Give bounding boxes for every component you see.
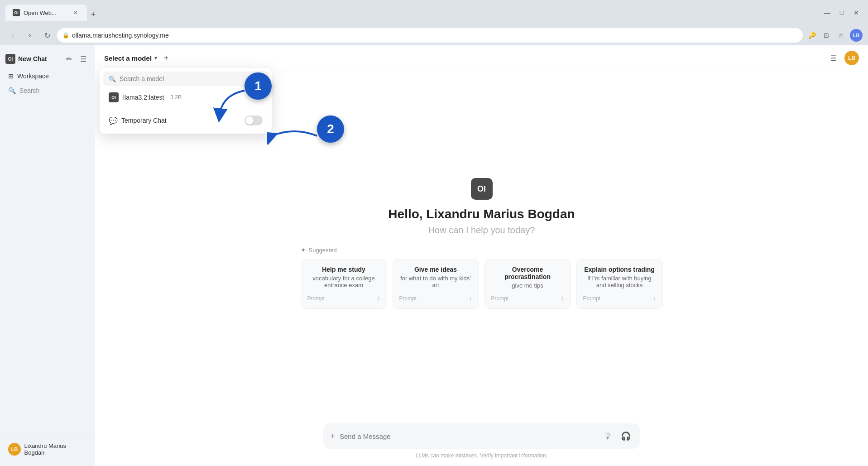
menu-icon[interactable]: ☰ [77, 53, 90, 65]
browser-window-controls: — □ ✕ [821, 6, 863, 19]
annotation-circle-1: 1 [245, 72, 272, 100]
prompt-arrow-icon-0: ↑ [377, 295, 380, 302]
prompt-card-title-2: Overcome procrastination give me tips [491, 266, 564, 289]
back-button[interactable]: ‹ [5, 28, 20, 43]
attach-icon[interactable]: + [331, 432, 336, 441]
sidebar-brand: OI New Chat [5, 54, 47, 64]
model-search-container: 🔍 [103, 72, 268, 86]
message-input-row: + 🎙 🎧 [323, 423, 640, 449]
prompt-arrow-icon-1: ↑ [469, 295, 472, 302]
browser-chrome: OI Open Web... ✕ + — □ ✕ ‹ › ↻ 🔒 ollama.… [0, 0, 868, 45]
prompt-card-title-0: Help me study vocabulary for a college e… [307, 266, 380, 288]
prompt-arrow-icon-3: ↑ [653, 295, 656, 302]
input-area: + 🎙 🎧 LLMs can make mistakes. Verify imp… [95, 416, 868, 466]
minimize-button[interactable]: — [821, 6, 834, 19]
edit-icon[interactable]: ✏ [62, 53, 75, 65]
model-add-button[interactable]: + [160, 52, 173, 64]
active-tab[interactable]: OI Open Web... ✕ [5, 5, 87, 21]
new-tab-button[interactable]: + [87, 8, 100, 21]
prompt-cards-grid: Help me study vocabulary for a college e… [301, 259, 663, 309]
sidebar-header: OI New Chat ✏ ☰ [0, 49, 95, 69]
welcome-subtitle: How can I help you today? [301, 225, 663, 235]
new-chat-label: New Chat [18, 55, 47, 62]
search-icon: 🔍 [8, 87, 16, 94]
workspace-label: Workspace [17, 72, 49, 80]
dropdown-search-icon: 🔍 [109, 76, 116, 82]
address-bar[interactable]: 🔒 ollama.mariushosting.synology.me [57, 28, 803, 43]
suggested-label: ✦ Suggested [301, 246, 663, 254]
maximize-button[interactable]: □ [835, 6, 848, 19]
search-label: Search [19, 87, 39, 94]
user-avatar: LB [8, 443, 21, 456]
sidebar-footer: LB Lixandru Marius Bogdan [0, 436, 95, 462]
input-right-actions: 🎙 🎧 [600, 429, 633, 443]
sidebar-item-workspace[interactable]: ⊞ Workspace [3, 69, 92, 83]
topbar: Select a model ▾ + ☰ LB [95, 45, 868, 71]
topbar-right: ☰ LB [826, 51, 859, 65]
browser-profile-avatar[interactable]: LB [850, 29, 863, 42]
headphone-icon[interactable]: 🎧 [619, 429, 633, 443]
topbar-avatar[interactable]: LB [844, 51, 859, 65]
sidebar-action-buttons: ✏ ☰ [62, 53, 90, 65]
prompt-card-1[interactable]: Give me ideas for what to do with my kid… [393, 259, 479, 309]
model-selector[interactable]: Select a model ▾ + [104, 52, 173, 64]
user-profile[interactable]: LB Lixandru Marius Bogdan [5, 440, 90, 459]
welcome-section: OI Hello, Lixandru Marius Bogdan How can… [301, 178, 663, 309]
forward-button[interactable]: › [23, 28, 37, 43]
model-item-name: llama3.2:latest [123, 94, 164, 101]
model-item-icon: OI [109, 92, 119, 102]
tab-title: Open Web... [24, 10, 68, 16]
bookmark-icon[interactable]: ☆ [834, 29, 847, 42]
list-icon[interactable]: ☰ [826, 51, 841, 65]
prompt-card-0[interactable]: Help me study vocabulary for a college e… [301, 259, 387, 309]
browser-right-actions: LB [850, 29, 863, 42]
welcome-brand-icon: OI [471, 178, 493, 200]
workspace-icon: ⊞ [8, 72, 14, 80]
brand-icon: OI [5, 54, 15, 64]
chevron-down-icon: ▾ [154, 55, 157, 61]
address-text: ollama.mariushosting.synology.me [72, 32, 797, 39]
model-search-input[interactable] [120, 75, 263, 82]
message-input[interactable] [340, 432, 595, 440]
app-layout: OI New Chat ✏ ☰ ⊞ Workspace 🔍 Search LB … [0, 45, 868, 466]
model-name-label: Select a model [104, 54, 152, 62]
prompt-card-title-1: Give me ideas for what to do with my kid… [399, 266, 472, 288]
close-button[interactable]: ✕ [850, 6, 863, 19]
prompt-card-3[interactable]: Explain options trading if I'm familiar … [576, 259, 663, 309]
chat-icon: 💬 [109, 116, 118, 125]
prompt-card-title-3: Explain options trading if I'm familiar … [583, 266, 656, 288]
temp-chat-label: Temporary Chat [121, 117, 167, 124]
lock-icon: 🔒 [62, 32, 69, 38]
address-actions: 🔑 ⊡ ☆ [806, 29, 847, 42]
model-item-size: 3.2B [170, 94, 182, 101]
tab-close-button[interactable]: ✕ [72, 9, 80, 17]
disclaimer-text: LLMs can make mistakes. Verify important… [416, 452, 547, 459]
arrow-1 [213, 86, 249, 122]
prompt-arrow-icon-2: ↑ [561, 295, 564, 302]
arrow-2 [267, 122, 321, 149]
tab-bar: OI Open Web... ✕ + [5, 5, 817, 21]
sidebar-search[interactable]: 🔍 Search [3, 83, 92, 98]
prompt-card-2[interactable]: Overcome procrastination give me tips Pr… [484, 259, 571, 309]
sidebar: OI New Chat ✏ ☰ ⊞ Workspace 🔍 Search LB … [0, 45, 95, 466]
temp-chat-left: 💬 Temporary Chat [109, 116, 167, 125]
spark-icon: ✦ [301, 246, 306, 254]
annotation-circle-2: 2 [317, 115, 344, 143]
tab-favicon: OI [13, 9, 20, 16]
key-icon[interactable]: 🔑 [806, 29, 818, 42]
cast-icon[interactable]: ⊡ [820, 29, 833, 42]
welcome-title: Hello, Lixandru Marius Bogdan [301, 207, 663, 221]
main-content: Select a model ▾ + ☰ LB 🔍 OI llama3.2:la… [95, 45, 868, 466]
microphone-icon[interactable]: 🎙 [600, 429, 615, 443]
user-name: Lixandru Marius Bogdan [24, 442, 87, 456]
reload-button[interactable]: ↻ [40, 28, 54, 43]
